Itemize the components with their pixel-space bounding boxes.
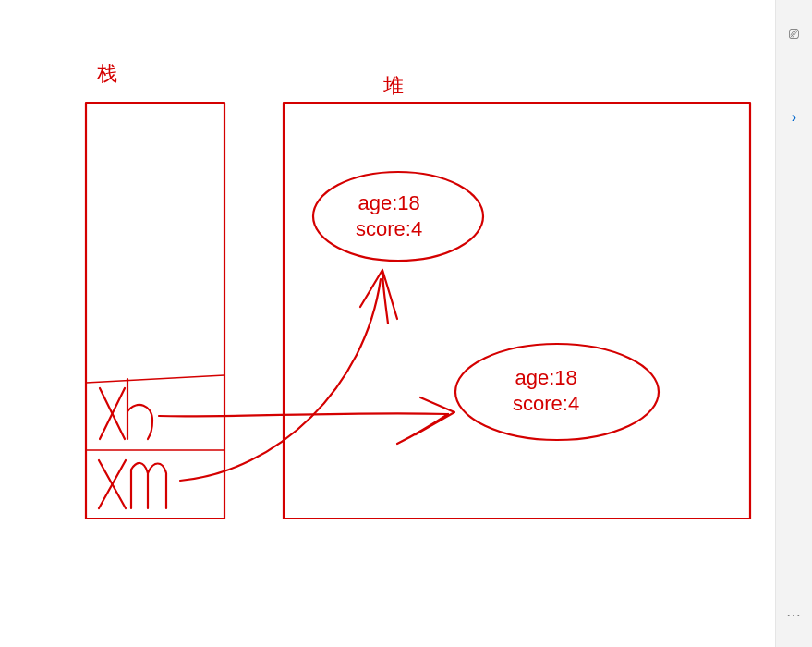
arrow-xm-to-obj1-head [360, 270, 397, 324]
more-icon[interactable]: ⋯ [786, 606, 802, 624]
panel-icon[interactable]: ⎚ [784, 23, 805, 43]
stack-label: 栈 [97, 60, 117, 88]
arrow-xh-to-obj2 [159, 413, 448, 416]
stack-divider-1 [86, 375, 224, 383]
heap-object-1-text: age:18 score:4 [356, 190, 422, 241]
stack-rect [86, 103, 224, 519]
heap-label: 堆 [383, 72, 404, 100]
arrow-xh-to-obj2-head [397, 397, 454, 444]
chevron-right-icon[interactable]: › [792, 109, 796, 126]
stack-var-xm [99, 460, 166, 508]
stack-var-xh [100, 379, 152, 439]
heap-object-2-text: age:18 score:4 [513, 365, 579, 416]
diagram-canvas: 栈 堆 age:18 score:4 age:18 score:4 [0, 0, 776, 647]
heap-rect [284, 103, 750, 519]
arrow-xm-to-obj1 [180, 279, 381, 481]
right-sidebar: ⎚ › ⋯ [775, 0, 812, 647]
